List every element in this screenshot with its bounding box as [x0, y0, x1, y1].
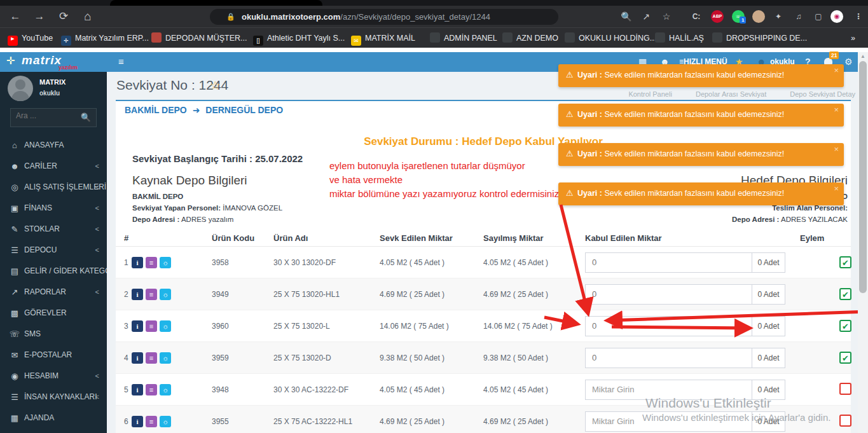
reload-button[interactable]: ⟳ [55, 8, 72, 25]
address-bar[interactable]: 🔒 okuklu.matrixotoerp.com/azn/Sevkiyat/d… [210, 9, 558, 25]
breadcrumb-item[interactable]: Depolar Arası Sevkiyat [696, 90, 766, 98]
accepted-quantity-input[interactable] [586, 317, 752, 336]
info-button[interactable]: i [132, 416, 143, 427]
sidebar-item-label: DEPOCU [24, 240, 57, 261]
action-checkbox[interactable]: ✔ [839, 352, 851, 364]
custom-logo-icon[interactable]: ◉ [830, 10, 843, 23]
bookmark-matrix-erp[interactable]: ✛Matrix Yazılım ERP... [61, 32, 149, 45]
sidebar-item-anasayfa[interactable]: ⌂ ANASAYFA [0, 135, 107, 156]
refresh-button[interactable]: ☼ [160, 320, 171, 332]
breadcrumb-item[interactable]: Kontrol Paneli [628, 90, 672, 98]
bookmark-dropshipping[interactable]: DROPSHIPPING DE... [712, 32, 807, 45]
reader-square-icon[interactable]: ▢ [812, 10, 825, 23]
sidebar-item-sms[interactable]: ☏ SMS [0, 324, 107, 345]
sidebar-item-e-postalar[interactable]: ✉ E-POSTALAR [0, 345, 107, 366]
search-icon[interactable]: 🔍 [81, 113, 91, 122]
list-button[interactable]: ≡ [146, 416, 157, 427]
list-button[interactable]: ≡ [146, 257, 157, 268]
list-button[interactable]: ≡ [146, 352, 157, 364]
sidebar-item-ajanda[interactable]: ▦ AJANDA [0, 408, 107, 429]
media-list-icon[interactable]: ♫ [792, 10, 805, 23]
info-button[interactable]: i [132, 320, 143, 332]
toast-close-icon[interactable]: × [834, 144, 839, 154]
action-checkbox[interactable]: ✔ [839, 288, 851, 300]
whatsapp-icon[interactable]: ☏1 [732, 10, 745, 23]
share-icon[interactable]: ↗ [638, 9, 654, 24]
toast-close-icon[interactable]: × [834, 65, 839, 75]
sidebar-item-stoklar[interactable]: ✎ STOKLAR < [0, 219, 107, 240]
sidebar-item-insan-kaynaklari[interactable]: ☰ İNSAN KAYNAKLARI < [0, 387, 107, 408]
settings-gear-icon[interactable]: ⚙ [844, 57, 853, 67]
action-checkbox[interactable]: ✔ [839, 320, 851, 332]
sent-quantity: 4.05 M2 ( 45 Adet ) [380, 258, 483, 267]
bookmark-youtube[interactable]: YouTube [8, 32, 53, 45]
accepted-quantity-input[interactable] [586, 380, 752, 399]
accepted-quantity-input[interactable] [586, 253, 752, 272]
source-personnel-label: Sevkiyat Yapan Personel: [132, 204, 221, 212]
brand-logo[interactable]: ✛ matrix yazılım [0, 52, 107, 72]
sidebar-item-alis-satis-islemleri[interactable]: ◎ ALIŞ SATIŞ İŞLEMLERİ < [0, 177, 107, 198]
bookmarks-overflow[interactable]: » [851, 32, 855, 45]
breadcrumb-item[interactable]: Depo Sevkiyat Detay [790, 90, 855, 98]
info-button[interactable]: i [132, 289, 143, 300]
sidebar-item-finans[interactable]: ▣ FİNANS < [0, 198, 107, 219]
bookmark-admin-panel[interactable]: ADMİN PANEL [430, 32, 497, 45]
bookmark-matrix-mail[interactable]: ✉MATRİX MAİL [351, 32, 415, 45]
list-button[interactable]: ≡ [146, 289, 157, 300]
sidebar-search-input[interactable] [16, 111, 79, 120]
sidebar-item-label: FİNANS [24, 198, 52, 219]
forward-button[interactable]: → [31, 8, 48, 25]
action-checkbox[interactable]: ✔ [839, 256, 851, 268]
action-checkbox[interactable] [839, 383, 851, 395]
refresh-button[interactable]: ☼ [160, 352, 171, 364]
page-scrollbar[interactable]: ▲ [858, 52, 868, 433]
info-button[interactable]: i [132, 257, 143, 268]
bookmark-star-icon[interactable]: ☆ [659, 9, 674, 24]
refresh-button[interactable]: ☼ [160, 384, 171, 395]
accepted-quantity-input[interactable] [586, 412, 752, 431]
refresh-button[interactable]: ☼ [160, 416, 171, 427]
accepted-quantity-input[interactable] [586, 285, 752, 304]
sidebar-item-gelir-gider-kategori[interactable]: ▤ GELİR / GİDER KATEGORİ [0, 261, 107, 282]
home-button[interactable]: ⌂ [79, 8, 97, 25]
bookmark-halilas[interactable]: HALİL.AŞ [655, 32, 704, 45]
list-button[interactable]: ≡ [146, 320, 157, 332]
adblock-plus-icon[interactable]: ABP [711, 10, 724, 23]
hamburger-icon[interactable]: ≡ [118, 56, 124, 67]
back-button[interactable]: ← [6, 8, 24, 25]
sidebar-item-label: GÖREVLER [24, 303, 67, 324]
refresh-button[interactable]: ☼ [160, 257, 171, 268]
extensions-puzzle-icon[interactable]: ✦ [772, 10, 785, 23]
bookmark-depodan[interactable]: DEPODAN MÜŞTER... [151, 32, 247, 45]
info-button[interactable]: i [132, 352, 143, 364]
scrollbar-up-arrow[interactable]: ▲ [858, 53, 868, 59]
sidebar-item-raporlar[interactable]: ↗ RAPORLAR < [0, 282, 107, 303]
sidebar-item-gorevler[interactable]: ▩ GÖREVLER [0, 303, 107, 324]
product-code: 3948 [212, 385, 273, 394]
title-star-icon[interactable]: ☆ [210, 78, 221, 93]
accepted-quantity-group: 0 Adet [585, 380, 785, 400]
toast-close-icon[interactable]: × [834, 105, 839, 114]
sent-quantity: 4.69 M2 ( 25 Adet ) [380, 417, 483, 426]
zoom-icon[interactable]: 🔍 [619, 9, 634, 24]
scrollbar-thumb[interactable] [859, 61, 867, 293]
accepted-quantity-input[interactable] [586, 348, 752, 368]
active-tab[interactable] [110, 0, 322, 6]
sidebar-item-hesabim[interactable]: ◉ HESABIM < [0, 366, 107, 387]
sidebar-item-depocu[interactable]: ☰ DEPOCU < [0, 240, 107, 261]
refresh-button[interactable]: ☼ [160, 289, 171, 300]
sidebar-item-cariler[interactable]: ☻ CARİLER < [0, 156, 107, 177]
list-button[interactable]: ≡ [146, 384, 157, 395]
bookmark-azn-demo[interactable]: AZN DEMO [502, 32, 558, 45]
profile-avatar-icon[interactable] [752, 10, 765, 23]
action-checkbox[interactable] [839, 415, 851, 427]
chevron-icon: < [95, 282, 99, 303]
bookmark-athletic[interactable]: []Athletic DHT Yaylı S... [253, 32, 345, 45]
toast-close-icon[interactable]: × [834, 184, 839, 193]
info-button[interactable]: i [132, 384, 143, 395]
bookmark-okuklu-holding[interactable]: OKUKLU HOLDİNG... [565, 32, 656, 45]
table-row: 5 i ≡ ☼ 3948 30 X 30 AC-13222-DF 4.05 M2… [116, 374, 851, 406]
colorzilla-icon[interactable]: C: [690, 10, 703, 23]
menu-dots-icon[interactable]: ⋮ [852, 10, 865, 23]
breadcrumb[interactable]: Kontrol Paneli Depolar Arası Sevkiyat De… [628, 90, 855, 98]
